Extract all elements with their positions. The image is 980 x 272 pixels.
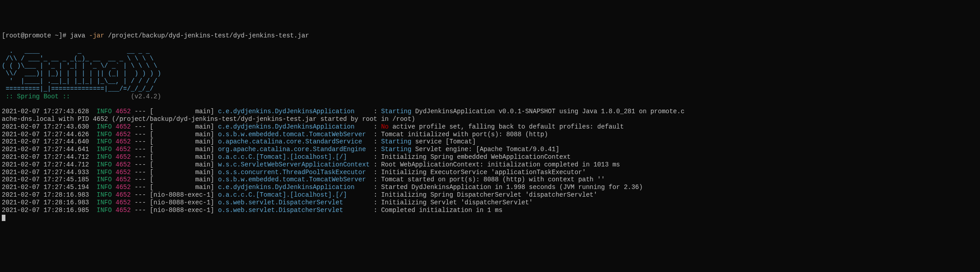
log-logger: c.e.dydjenkins.DydJenkinsApplication — [218, 108, 370, 115]
log-thread: [nio-8088-exec-1] — [150, 199, 214, 206]
log-highlight-word: No — [381, 123, 389, 130]
log-thread: [ main] — [150, 161, 214, 168]
log-level: INFO — [97, 153, 112, 161]
log-separator: --- — [131, 184, 150, 191]
log-logger: o.s.web.servlet.DispatcherServlet — [218, 207, 370, 214]
log-message: Servlet engine: [Apache Tomcat/9.0.41] — [411, 146, 559, 153]
spring-boot-version: (v2.4.2) — [131, 93, 161, 100]
log-timestamp: 2021-02-07 17:27:45.185 — [2, 176, 89, 183]
log-timestamp: 2021-02-07 17:27:44.641 — [2, 146, 89, 153]
log-timestamp: 2021-02-07 17:27:44.640 — [2, 138, 89, 145]
log-message: service [Tomcat] — [411, 138, 476, 145]
log-thread: [ main] — [150, 169, 214, 176]
log-message: Initializing ExecutorService 'applicatio… — [381, 169, 586, 176]
log-thread: [ main] — [150, 138, 214, 145]
log-timestamp: 2021-02-07 17:27:44.933 — [2, 169, 89, 176]
log-logger: c.e.dydjenkins.DydJenkinsApplication — [218, 184, 370, 191]
log-level: INFO — [97, 108, 112, 115]
log-logger: o.apache.catalina.core.StandardService — [218, 138, 370, 145]
log-highlight-word: Starting — [381, 108, 411, 115]
log-message: active profile set, falling back to defa… — [389, 123, 624, 130]
log-logger: o.a.c.c.C.[Tomcat].[localhost].[/] — [218, 191, 370, 198]
log-message: Completed initialization in 1 ms — [381, 207, 502, 214]
log-thread: [ main] — [150, 123, 214, 130]
log-separator: --- — [131, 207, 150, 214]
log-pid: 4652 — [116, 184, 131, 191]
log-pid: 4652 — [116, 161, 131, 168]
log-pid: 4652 — [116, 199, 131, 206]
log-highlight-word: Starting — [381, 146, 411, 153]
log-timestamp: 2021-02-07 17:28:16.985 — [2, 207, 89, 214]
log-level: INFO — [97, 169, 112, 176]
shell-prompt: [root@promote ~]# java -jar /project/bac… — [2, 32, 309, 39]
log-message: Initializing Spring embedded WebApplicat… — [381, 153, 571, 161]
log-separator: --- — [131, 176, 150, 183]
log-logger: o.s.web.servlet.DispatcherServlet — [218, 199, 370, 206]
log-message: DydJenkinsApplication v0.0.1-SNAPSHOT us… — [411, 108, 684, 115]
terminal-output[interactable]: [root@promote ~]# java -jar /project/bac… — [2, 32, 978, 221]
log-message: Tomcat initialized with port(s): 8088 (h… — [381, 131, 548, 138]
log-timestamp: 2021-02-07 17:27:45.194 — [2, 184, 89, 191]
log-level: INFO — [97, 207, 112, 214]
spring-ascii-art: . ____ _ __ _ _ /\\ / ___'_ __ _ _(_)_ _… — [2, 47, 161, 92]
log-pid: 4652 — [116, 169, 131, 176]
log-logger: c.e.dydjenkins.DydJenkinsApplication — [218, 123, 370, 130]
log-level: INFO — [97, 191, 112, 198]
log-pid: 4652 — [116, 207, 131, 214]
log-logger: o.s.s.concurrent.ThreadPoolTaskExecutor — [218, 169, 370, 176]
log-separator: --- — [131, 138, 150, 145]
log-message: Started DydJenkinsApplication in 1.998 s… — [381, 184, 643, 191]
log-thread: [ main] — [150, 146, 214, 153]
log-level: INFO — [97, 184, 112, 191]
log-level: INFO — [97, 176, 112, 183]
log-pid: 4652 — [116, 146, 131, 153]
log-separator: --- — [131, 146, 150, 153]
log-thread: [nio-8088-exec-1] — [150, 191, 214, 198]
log-pid: 4652 — [116, 138, 131, 145]
log-thread: [nio-8088-exec-1] — [150, 207, 214, 214]
log-logger: o.s.b.w.embedded.tomcat.TomcatWebServer — [218, 176, 370, 183]
log-pid: 4652 — [116, 153, 131, 161]
log-thread: [ main] — [150, 153, 214, 161]
log-thread: [ main] — [150, 184, 214, 191]
log-logger: o.s.b.w.embedded.tomcat.TomcatWebServer — [218, 131, 370, 138]
log-message: Root WebApplicationContext: initializati… — [381, 161, 620, 168]
log-message: Tomcat started on port(s): 8088 (http) w… — [381, 176, 605, 183]
log-level: INFO — [97, 123, 112, 130]
log-lines: 2021-02-07 17:27:43.628 INFO 4652 --- [ … — [2, 108, 978, 214]
log-thread: [ main] — [150, 176, 214, 183]
log-logger: org.apache.catalina.core.StandardEngine — [218, 146, 370, 153]
log-separator: --- — [131, 108, 150, 115]
log-message: Initializing Spring DispatcherServlet 'd… — [381, 191, 597, 198]
log-pid: 4652 — [116, 108, 131, 115]
terminal-cursor — [2, 215, 5, 221]
log-message: Initializing Servlet 'dispatcherServlet' — [381, 199, 533, 206]
log-logger: o.a.c.c.C.[Tomcat].[localhost].[/] — [218, 153, 370, 161]
log-logger: w.s.c.ServletWebServerApplicationContext — [218, 161, 370, 168]
log-highlight-word: Starting — [381, 138, 411, 145]
log-level: INFO — [97, 138, 112, 145]
log-thread: [ main] — [150, 131, 214, 138]
log-separator: --- — [131, 161, 150, 168]
log-timestamp: 2021-02-07 17:28:16.983 — [2, 199, 89, 206]
log-separator: --- — [131, 131, 150, 138]
log-timestamp: 2021-02-07 17:27:44.712 — [2, 153, 89, 161]
log-pid: 4652 — [116, 123, 131, 130]
log-level: INFO — [97, 161, 112, 168]
log-timestamp: 2021-02-07 17:27:44.712 — [2, 161, 89, 168]
log-continuation: ache-dns.local with PID 4652 (/project/b… — [2, 115, 415, 123]
log-level: INFO — [97, 131, 112, 138]
log-separator: --- — [131, 169, 150, 176]
log-timestamp: 2021-02-07 17:27:43.628 — [2, 108, 89, 115]
log-timestamp: 2021-02-07 17:27:43.630 — [2, 123, 89, 130]
log-pid: 4652 — [116, 176, 131, 183]
log-pid: 4652 — [116, 131, 131, 138]
log-pid: 4652 — [116, 191, 131, 198]
log-level: INFO — [97, 199, 112, 206]
log-level: INFO — [97, 146, 112, 153]
log-timestamp: 2021-02-07 17:27:44.626 — [2, 131, 89, 138]
log-separator: --- — [131, 199, 150, 206]
spring-boot-label: :: Spring Boot :: — [2, 93, 74, 100]
log-separator: --- — [131, 123, 150, 130]
log-separator: --- — [131, 153, 150, 161]
